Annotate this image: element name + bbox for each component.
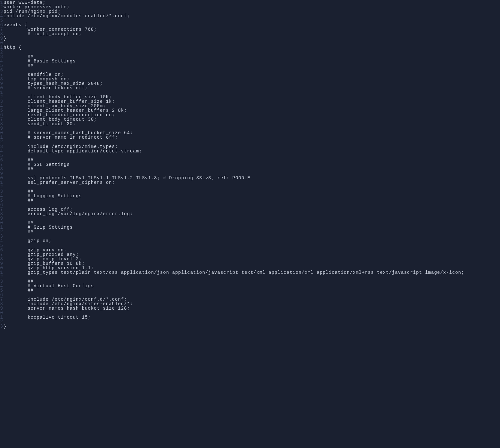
code-text[interactable]: ## (3, 54, 34, 59)
code-text[interactable]: gzip_buffers 16 8k; (3, 261, 85, 266)
code-line[interactable]: 7 client_body_timeout 30; (0, 117, 500, 122)
code-text[interactable]: ## (3, 158, 34, 162)
code-line[interactable]: 3 ## (0, 54, 500, 59)
code-line[interactable]: 4 # Logging Settings (0, 194, 500, 198)
code-line[interactable]: 3 include /etc/nginx/mime.types; (0, 144, 500, 149)
code-text[interactable]: ## (3, 221, 34, 225)
code-line[interactable]: 5 ## (0, 198, 500, 203)
code-text[interactable]: # Basic Settings (3, 59, 76, 63)
code-text[interactable]: gzip_comp_level 2; (3, 257, 82, 261)
code-text[interactable]: include /etc/nginx/mime.types; (3, 144, 118, 149)
code-line[interactable]: 6 gzip_vary on; (0, 248, 500, 252)
code-text[interactable]: # server_name_in_redirect off; (3, 135, 118, 140)
code-text[interactable]: ## (3, 279, 34, 284)
code-text[interactable]: } (3, 324, 6, 329)
code-line[interactable]: 4 default_type application/octet-stream; (0, 149, 500, 153)
code-line[interactable]: 3 ## (0, 189, 500, 194)
code-line[interactable]: 8 # multi_accept on; (0, 32, 500, 36)
code-line[interactable]: 8 send_timeout 30; (0, 122, 500, 126)
code-text[interactable]: ## (3, 167, 34, 171)
code-line[interactable]: 0 ssl_protocols TLSv1 TLSv1.1 TLSv1.2 TL… (0, 176, 500, 180)
code-line[interactable]: 5 ## (0, 63, 500, 68)
code-text[interactable]: client_body_timeout 30; (3, 117, 97, 122)
code-text[interactable]: gzip_proxied any; (3, 252, 79, 257)
code-line[interactable]: 1 (0, 90, 500, 95)
code-text[interactable]: ## (3, 198, 34, 203)
code-line[interactable]: 1user www-data; (0, 0, 500, 5)
code-line[interactable]: 4 # Virtual Host Configs (0, 284, 500, 288)
code-line[interactable]: 2worker_processes auto; (0, 5, 500, 9)
code-line[interactable]: 6events { (0, 23, 500, 27)
code-line[interactable]: 6 (0, 293, 500, 297)
code-text[interactable]: include /etc/nginx/sites-enabled/*; (3, 302, 133, 306)
code-line[interactable]: 0 (0, 311, 500, 315)
code-text[interactable]: user www-data; (3, 0, 46, 5)
code-line[interactable]: 0 # server_tokens off; (0, 86, 500, 90)
code-line[interactable]: 8 gzip_comp_level 2; (0, 257, 500, 261)
code-text[interactable]: pid /run/nginx.pid; (3, 9, 61, 14)
code-line[interactable]: 4 gzip on; (0, 239, 500, 243)
code-line[interactable]: 2 (0, 320, 500, 324)
code-text[interactable]: error_log /var/log/nginx/error.log; (3, 212, 133, 216)
code-text[interactable]: worker_connections 768; (3, 27, 97, 32)
code-text[interactable]: keepalive_timeout 15; (3, 315, 91, 320)
code-line[interactable]: 7 include /etc/nginx/conf.d/*.conf; (0, 297, 500, 302)
code-line[interactable]: 7 sendfile on; (0, 72, 500, 77)
code-text[interactable]: # multi_accept on; (3, 32, 82, 36)
code-line[interactable]: 9} (0, 36, 500, 41)
code-line[interactable]: 5 ## (0, 288, 500, 293)
code-text[interactable]: include /etc/nginx/modules-enabled/*.con… (3, 14, 130, 18)
code-line[interactable]: 0 gzip_http_version 1.1; (0, 266, 500, 270)
code-line[interactable]: 6 (0, 68, 500, 72)
code-text[interactable]: # SSL Settings (3, 162, 70, 167)
code-text[interactable]: } (3, 36, 6, 41)
code-line[interactable]: 1 gzip_types text/plain text/css applica… (0, 270, 500, 275)
code-line[interactable]: 3} (0, 324, 500, 329)
code-line[interactable]: 2 (0, 275, 500, 279)
code-text[interactable]: # server_tokens off; (3, 86, 88, 90)
code-line[interactable]: 6 ## (0, 158, 500, 162)
code-line[interactable]: 5 (0, 243, 500, 248)
code-text[interactable]: ## (3, 230, 34, 234)
code-line[interactable]: 1 ssl_prefer_server_ciphers on; (0, 180, 500, 185)
code-line[interactable]: 3 client_header_buffer_size 1k; (0, 99, 500, 104)
code-line[interactable]: 9 server_names_hash_bucket_size 128; (0, 306, 500, 311)
code-line[interactable]: 8 error_log /var/log/nginx/error.log; (0, 212, 500, 216)
code-line[interactable]: 9 gzip_buffers 16 8k; (0, 261, 500, 266)
code-line[interactable]: 5 (0, 18, 500, 23)
code-text[interactable]: # server_names_hash_bucket_size 64; (3, 131, 133, 135)
code-line[interactable]: 3 (0, 234, 500, 239)
code-line[interactable]: 3 ## (0, 279, 500, 284)
code-line[interactable]: 1http { (0, 45, 500, 50)
code-text[interactable]: include /etc/nginx/conf.d/*.conf; (3, 297, 127, 302)
code-text[interactable]: client_max_body_size 200m; (3, 104, 106, 108)
code-text[interactable]: gzip on; (3, 239, 52, 243)
code-text[interactable]: # Gzip Settings (3, 225, 73, 230)
code-line[interactable]: 4include /etc/nginx/modules-enabled/*.co… (0, 14, 500, 18)
code-line[interactable]: 3pid /run/nginx.pid; (0, 9, 500, 14)
code-text[interactable]: http { (3, 45, 21, 50)
code-line[interactable]: 1 # Gzip Settings (0, 225, 500, 230)
code-line[interactable]: 2 client_body_buffer_size 10K; (0, 95, 500, 99)
code-line[interactable]: 0 # server_names_hash_bucket_size 64; (0, 131, 500, 135)
code-text[interactable]: client_body_buffer_size 10K; (3, 95, 112, 99)
code-text[interactable]: server_names_hash_bucket_size 128; (3, 306, 130, 311)
code-line[interactable]: 8 tcp_nopush on; (0, 77, 500, 81)
code-text[interactable]: client_header_buffer_size 1k; (3, 99, 115, 104)
code-text[interactable]: gzip_http_version 1.1; (3, 266, 94, 270)
code-line[interactable]: 4 # Basic Settings (0, 59, 500, 63)
code-line[interactable]: 2 ## (0, 230, 500, 234)
code-editor[interactable]: 1user www-data;2worker_processes auto;3p… (0, 0, 500, 448)
code-text[interactable]: sendfile on; (3, 72, 64, 77)
code-text[interactable]: ssl_prefer_server_ciphers on; (3, 180, 115, 185)
code-line[interactable]: 7 worker_connections 768; (0, 27, 500, 32)
code-line[interactable]: 2 (0, 185, 500, 189)
code-line[interactable]: 6 (0, 203, 500, 207)
code-text[interactable]: types_hash_max_size 2048; (3, 81, 103, 86)
code-line[interactable]: 9 (0, 216, 500, 221)
code-text[interactable]: events { (3, 23, 28, 27)
code-line[interactable]: 5 (0, 153, 500, 158)
code-line[interactable]: 7 gzip_proxied any; (0, 252, 500, 257)
code-line[interactable]: 9 (0, 171, 500, 176)
code-text[interactable]: access_log off; (3, 207, 73, 212)
